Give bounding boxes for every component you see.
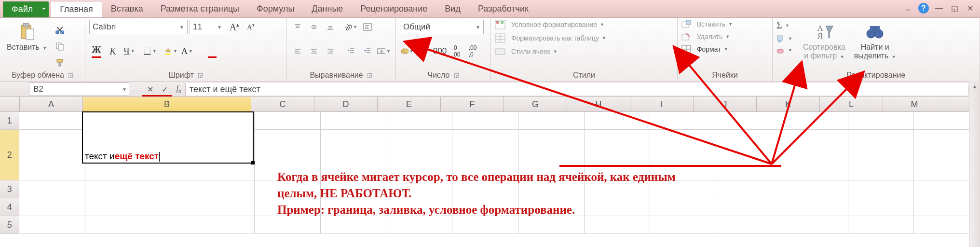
fill-handle[interactable] [251, 161, 255, 165]
cut-button[interactable] [53, 23, 67, 37]
cell-C1[interactable] [255, 112, 321, 129]
column-header-H[interactable]: H [567, 97, 630, 111]
italic-button[interactable]: К [106, 44, 120, 58]
paste-button[interactable]: Вставить ▼ [4, 20, 50, 54]
row-header-1[interactable]: 1 [0, 112, 19, 129]
merge-center-button[interactable]: a▼ [377, 44, 391, 58]
scroll-up-icon[interactable]: ▲ [969, 81, 980, 92]
column-header-C[interactable]: C [251, 97, 314, 111]
increase-decimal-button[interactable]: ,0,00 [449, 44, 463, 58]
wrap-text-button[interactable] [360, 20, 375, 34]
border-button[interactable]: ▼ [143, 44, 157, 58]
formula-input[interactable]: текст и ещё текст [185, 83, 968, 96]
align-right-button[interactable] [323, 44, 338, 58]
number-format-combo[interactable]: Общий▼ [400, 20, 484, 34]
cell-L3[interactable] [848, 180, 914, 198]
underline-button[interactable]: Ч▼ [122, 44, 136, 58]
window-restore-icon[interactable]: ◱ [949, 3, 960, 14]
cell-K5[interactable] [782, 216, 848, 233]
clear-button[interactable]: ▼ [776, 46, 792, 54]
cell-A2[interactable] [19, 130, 85, 180]
font-color-button[interactable]: A▼ [180, 44, 194, 58]
cell-L1[interactable] [848, 112, 914, 129]
cell-B4[interactable] [85, 198, 255, 216]
decrease-font-button[interactable]: A▾ [244, 20, 258, 34]
cell-F5[interactable] [452, 216, 518, 233]
find-select-button[interactable]: Найти и выделить ▼ [851, 20, 899, 62]
cell-G1[interactable] [518, 112, 585, 129]
column-header-D[interactable]: D [314, 97, 378, 111]
tab-file[interactable]: Файл [3, 1, 49, 17]
format-painter-button[interactable] [53, 55, 67, 70]
cell-I5[interactable] [650, 216, 716, 233]
cell-G5[interactable] [518, 216, 585, 233]
column-header-F[interactable]: F [441, 97, 504, 111]
row-header-5[interactable]: 5 [0, 216, 19, 233]
tab-Рецензирование[interactable]: Рецензирование [352, 1, 436, 17]
bold-button[interactable]: Ж [89, 44, 104, 58]
column-header-G[interactable]: G [504, 97, 567, 111]
cell-J3[interactable] [716, 180, 782, 198]
cell-D5[interactable] [321, 216, 387, 233]
select-all-corner[interactable] [0, 97, 20, 111]
copy-button[interactable] [53, 39, 67, 54]
column-header-M[interactable]: M [883, 97, 946, 111]
dialog-launcher-icon[interactable]: ◲ [68, 72, 73, 79]
increase-indent-button[interactable] [360, 44, 375, 58]
column-header-K[interactable]: K [757, 97, 820, 111]
align-top-button[interactable] [290, 20, 305, 34]
cell-A1[interactable] [19, 112, 85, 129]
cell-H1[interactable] [585, 112, 651, 129]
cell-B3[interactable] [85, 180, 255, 198]
orientation-button[interactable]: ab▼ [344, 20, 358, 34]
cell-K1[interactable] [782, 112, 848, 129]
window-close-icon[interactable]: ✕ [965, 3, 975, 14]
column-header-B[interactable]: B [83, 97, 251, 111]
cell-E5[interactable] [386, 216, 452, 233]
insert-function-button[interactable]: fx [173, 83, 185, 95]
dialog-launcher-icon[interactable]: ◲ [198, 72, 203, 79]
decrease-decimal-button[interactable]: ,00,0 [465, 44, 480, 58]
font-name-combo[interactable]: Calibri▼ [89, 20, 188, 34]
cell-B5[interactable] [85, 216, 255, 233]
align-center-button[interactable] [307, 44, 321, 58]
cancel-edit-button[interactable]: ✕ [144, 83, 156, 95]
align-middle-button[interactable] [307, 20, 321, 34]
cell-K3[interactable] [782, 180, 848, 198]
cell-J4[interactable] [716, 198, 782, 216]
cell-D1[interactable] [321, 112, 387, 129]
help-icon[interactable]: ? [918, 3, 929, 14]
fill-color-button[interactable]: ▼ [163, 44, 178, 58]
sort-filter-button[interactable]: АЯ Сортировка и фильтр ▼ [800, 20, 848, 62]
conditional-formatting-button[interactable]: Условное форматирование ▼ [495, 20, 604, 29]
dialog-launcher-icon[interactable]: ◲ [367, 72, 372, 79]
tab-Данные[interactable]: Данные [303, 1, 352, 17]
insert-cells-button[interactable]: Вставить ▼ [681, 20, 733, 28]
row-header-2[interactable]: 2 [0, 130, 19, 180]
column-header-E[interactable]: E [378, 97, 441, 111]
cell-I1[interactable] [650, 112, 716, 129]
active-cell-editor[interactable]: текст и ещё текст [82, 111, 254, 164]
format-as-table-button[interactable]: Форматировать как таблицу ▼ [495, 33, 606, 43]
format-cells-button[interactable]: Формат ▼ [681, 45, 728, 54]
cell-L2[interactable] [848, 130, 914, 180]
increase-font-button[interactable]: A▴ [227, 20, 242, 34]
tab-Разметка страницы[interactable]: Разметка страницы [152, 1, 248, 17]
enter-edit-button[interactable]: ✓ [158, 83, 171, 95]
cell-A5[interactable] [19, 216, 85, 233]
tab-Формулы[interactable]: Формулы [248, 1, 303, 17]
cell-L5[interactable] [848, 216, 914, 233]
cell-E1[interactable] [386, 112, 452, 129]
column-header-L[interactable]: L [820, 97, 883, 111]
tab-Главная[interactable]: Главная [51, 1, 102, 17]
decrease-indent-button[interactable] [344, 44, 358, 58]
dialog-launcher-icon[interactable]: ◲ [454, 72, 459, 79]
column-header-A[interactable]: A [20, 97, 83, 111]
name-box[interactable]: B2▼ [29, 82, 129, 96]
cell-J2[interactable] [716, 130, 782, 180]
cell-H5[interactable] [585, 216, 651, 233]
window-minimize-icon[interactable]: — [934, 3, 944, 14]
tab-Вставка[interactable]: Вставка [102, 1, 152, 17]
align-bottom-button[interactable] [323, 20, 338, 34]
row-header-3[interactable]: 3 [0, 180, 19, 198]
